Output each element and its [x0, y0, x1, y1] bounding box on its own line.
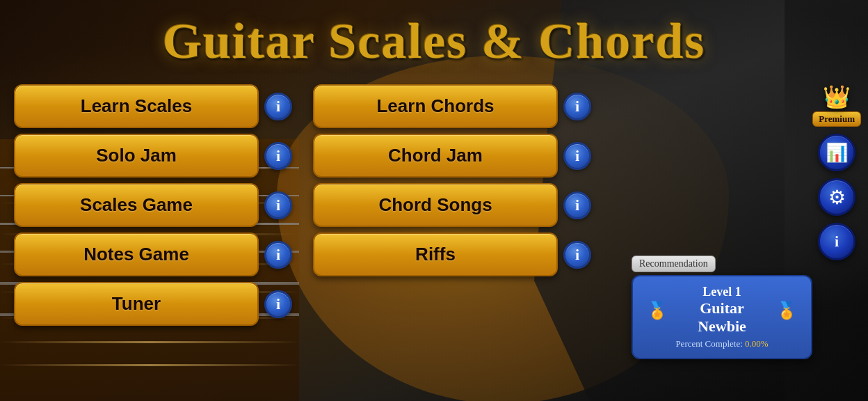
notes-game-button[interactable]: Notes Game [14, 233, 259, 276]
tuner-info-button[interactable]: i [264, 290, 292, 318]
learn-chords-button[interactable]: Learn Chords [313, 84, 558, 128]
solo-jam-row: Solo Jam i [14, 134, 292, 178]
crown-icon: 👑 [823, 84, 851, 110]
level-card: 🏅 Level 1 Guitar Newbie 🏅 Percent Comple… [632, 275, 812, 359]
percent-complete: Percent Complete: 0.00% [647, 338, 797, 349]
chord-jam-info-button[interactable]: i [563, 142, 591, 170]
scales-game-info-button[interactable]: i [264, 191, 292, 219]
percent-value: 0.00% [745, 338, 769, 349]
settings-button[interactable]: ⚙ [818, 178, 855, 216]
notes-game-info-button[interactable]: i [264, 241, 292, 269]
premium-button[interactable]: 👑 Premium [812, 84, 861, 127]
main-content: Guitar Scales & Chords Learn Scales i So… [0, 0, 868, 401]
app-title: Guitar Scales & Chords [0, 0, 868, 77]
scales-game-button[interactable]: Scales Game [14, 183, 259, 227]
level-info: Level 1 Guitar Newbie [675, 285, 769, 336]
riffs-row: Riffs i [313, 233, 591, 276]
notes-game-row: Notes Game i [14, 233, 292, 276]
learn-scales-info-button[interactable]: i [264, 93, 292, 120]
level-number: Level 1 [675, 285, 769, 299]
sidebar-info-button[interactable]: i [818, 223, 855, 260]
left-menu-column: Learn Scales i Solo Jam i Scales Game i … [14, 84, 292, 326]
recommendation-label: Recommendation [632, 255, 716, 272]
chord-songs-button[interactable]: Chord Songs [313, 183, 558, 227]
learn-chords-row: Learn Chords i [313, 84, 591, 128]
tuner-button[interactable]: Tuner [14, 282, 259, 326]
percent-label: Percent Complete: [675, 338, 742, 349]
right-menu-column: Learn Chords i Chord Jam i Chord Songs i… [313, 84, 591, 326]
learn-scales-row: Learn Scales i [14, 84, 292, 128]
learn-scales-button[interactable]: Learn Scales [14, 84, 259, 128]
laurel-right-icon: 🏅 [776, 301, 797, 320]
premium-label: Premium [812, 111, 861, 127]
stats-button[interactable]: 📊 [818, 134, 855, 171]
chord-jam-button[interactable]: Chord Jam [313, 134, 558, 178]
side-panel: 👑 Premium 📊 ⚙ i [812, 84, 861, 260]
riffs-button[interactable]: Riffs [313, 233, 558, 276]
chord-jam-row: Chord Jam i [313, 134, 591, 178]
solo-jam-info-button[interactable]: i [264, 142, 292, 170]
riffs-info-button[interactable]: i [563, 241, 591, 269]
stats-icon: 📊 [826, 142, 848, 164]
tuner-row: Tuner i [14, 282, 292, 326]
settings-icon: ⚙ [828, 186, 846, 209]
chord-songs-row: Chord Songs i [313, 183, 591, 227]
scales-game-row: Scales Game i [14, 183, 292, 227]
learn-chords-info-button[interactable]: i [563, 93, 591, 120]
sidebar-info-icon: i [835, 233, 839, 251]
level-row: 🏅 Level 1 Guitar Newbie 🏅 [647, 285, 797, 336]
level-title: Guitar Newbie [675, 299, 769, 336]
solo-jam-button[interactable]: Solo Jam [14, 134, 259, 178]
laurel-left-icon: 🏅 [647, 301, 668, 320]
chord-songs-info-button[interactable]: i [563, 191, 591, 219]
recommendation-area: Recommendation 🏅 Level 1 Guitar Newbie 🏅… [632, 255, 812, 359]
